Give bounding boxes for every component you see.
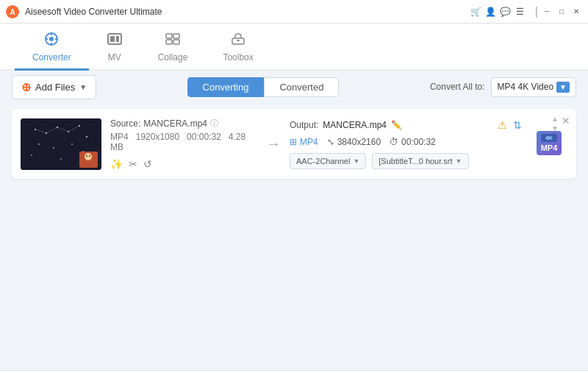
toolbox-icon [230,32,246,49]
title-bar: A Aiseesoft Video Converter Ultimate 🛒 👤… [0,0,588,24]
tab-collage-label: Collage [158,52,188,63]
close-button[interactable]: ✕ [570,6,582,18]
format-select[interactable]: MP4 4K Video ▼ [491,77,576,97]
scroll-up-button[interactable]: ▲ [551,115,559,123]
format-label: MP4 4K Video [498,82,554,92]
output-label: Output: [290,120,318,130]
converter-icon [43,32,60,49]
scissors-icon[interactable]: ✂ [129,158,137,170]
converted-tab[interactable]: Converted [264,77,339,97]
info-icon[interactable]: ⓘ [210,118,218,129]
audio-select[interactable]: AAC-2Channel ▼ [290,153,366,169]
view-toggle: Converting Converted [102,77,424,97]
tab-toolbox[interactable]: Toolbox [205,26,270,71]
svg-rect-13 [166,40,172,44]
tab-mv[interactable]: MV [89,26,140,71]
add-files-dropdown-arrow[interactable]: ▼ [79,83,87,91]
svg-point-25 [53,147,54,149]
file-thumbnail [21,118,101,170]
svg-point-37 [89,155,90,157]
svg-point-3 [49,37,54,41]
output-format: ⊞ MP4 [290,137,318,147]
svg-rect-16 [237,40,240,41]
svg-rect-10 [116,36,119,42]
output-details: ⊞ MP4 ⤡ 3840x2160 ⏱ 00:00:32 [290,137,522,147]
output-duration: ⏱ 00:00:32 [390,137,436,147]
app-title: Aiseesoft Video Converter Ultimate [25,7,470,17]
mv-icon [107,32,123,49]
output-header: Output: MANCERA.mp4 ✏️ ⚠ ⇅ [290,119,522,131]
source-duration: 00:00:32 [187,132,221,142]
app-logo: A [6,5,19,18]
menu-icon[interactable]: ☰ [514,6,526,18]
output-resolution: ⤡ 3840x2160 [327,137,381,147]
user-icon[interactable]: 👤 [485,6,497,18]
scroll-down-button[interactable]: ▼ [551,124,559,132]
scroll-buttons: ▲ ▼ [551,115,559,132]
format-dropdown-arrow: ▼ [556,82,570,93]
output-row2: AAC-2Channel ▼ [SubtitleT...0 hour.srt ▼ [290,153,522,169]
svg-point-36 [86,155,87,157]
toolbar: ⊕ Add Files ▼ Converting Converted Conve… [0,71,588,103]
file-list: Source: MANCERA.mp4 ⓘ MP4 1920x1080 00:0… [0,103,588,370]
svg-point-35 [85,153,92,160]
edit-icon[interactable]: ✏️ [391,120,402,130]
maximize-button[interactable]: □ [556,6,567,18]
add-files-button[interactable]: ⊕ Add Files ▼ [12,75,96,99]
output-format-label: MP4 [300,137,318,147]
output-duration-label: 00:00:32 [401,137,436,147]
file-source: Source: MANCERA.mp4 ⓘ [110,118,257,129]
output-format-badge: 4K MP4 [531,124,567,164]
svg-rect-11 [166,34,172,38]
minimize-button[interactable]: ─ [541,6,553,18]
converting-tab[interactable]: Converting [187,77,265,97]
cart-icon[interactable]: 🛒 [470,6,482,18]
subtitle-label: [SubtitleT...0 hour.srt [379,157,452,166]
format-grid-icon: ⊞ [290,137,297,147]
collage-icon [165,32,181,49]
output-name: MANCERA.mp4 [323,120,387,130]
restore-icon[interactable]: ↺ [143,158,152,170]
add-files-label: Add Files [35,82,75,93]
audio-label: AAC-2Channel [296,157,350,166]
output-resolution-label: 3840x2160 [337,137,381,147]
chat-icon[interactable]: 💬 [500,6,512,18]
source-name: MANCERA.mp4 [143,118,207,129]
svg-text:A: A [10,8,15,16]
file-actions: ✨ ✂ ↺ [110,158,257,170]
clock-icon: ⏱ [390,137,398,147]
svg-point-26 [71,143,73,145]
svg-rect-14 [173,40,179,44]
tab-collage[interactable]: Collage [140,26,206,71]
source-label: Source: [110,118,140,129]
tab-converter[interactable]: Converter [15,26,89,71]
svg-point-24 [38,143,40,145]
toolbar-right: Convert All to: MP4 4K Video ▼ [430,77,576,97]
svg-point-23 [86,136,87,138]
warning-icon[interactable]: ⚠ [498,119,507,131]
remove-file-button[interactable]: ✕ [562,115,570,127]
svg-point-28 [60,158,62,160]
output-action-icons: ⚠ ⇅ [498,119,522,131]
file-item: Source: MANCERA.mp4 ⓘ MP4 1920x1080 00:0… [12,109,576,179]
swap-icon[interactable]: ⇅ [513,119,522,131]
tab-mv-label: MV [108,52,121,63]
source-format: MP4 [110,132,129,142]
output-section: Output: MANCERA.mp4 ✏️ ⚠ ⇅ ⊞ MP4 ⤡ [290,119,522,169]
svg-point-27 [31,154,32,156]
format-badge-inner: 4K MP4 [537,131,562,155]
source-resolution: 1920x1080 [136,132,179,142]
magic-wand-icon[interactable]: ✨ [110,158,123,170]
tab-toolbox-label: Toolbox [223,52,253,63]
main-tab-bar: Converter MV Collage [0,24,588,71]
audio-dropdown-arrow: ▼ [353,157,359,165]
subtitle-select[interactable]: [SubtitleT...0 hour.srt ▼ [372,153,468,169]
file-meta: MP4 1920x1080 00:00:32 4.28 MB [110,132,257,152]
subtitle-dropdown-arrow: ▼ [456,157,462,165]
plus-icon: ⊕ [21,80,31,94]
svg-rect-12 [173,34,179,38]
resolution-icon: ⤡ [327,137,334,147]
main-area: Source: MANCERA.mp4 ⓘ MP4 1920x1080 00:0… [0,103,588,370]
bottom-bar: Save to: C:\Aiseesoft Studio\Ais...rter … [0,370,588,373]
svg-rect-9 [110,36,115,42]
